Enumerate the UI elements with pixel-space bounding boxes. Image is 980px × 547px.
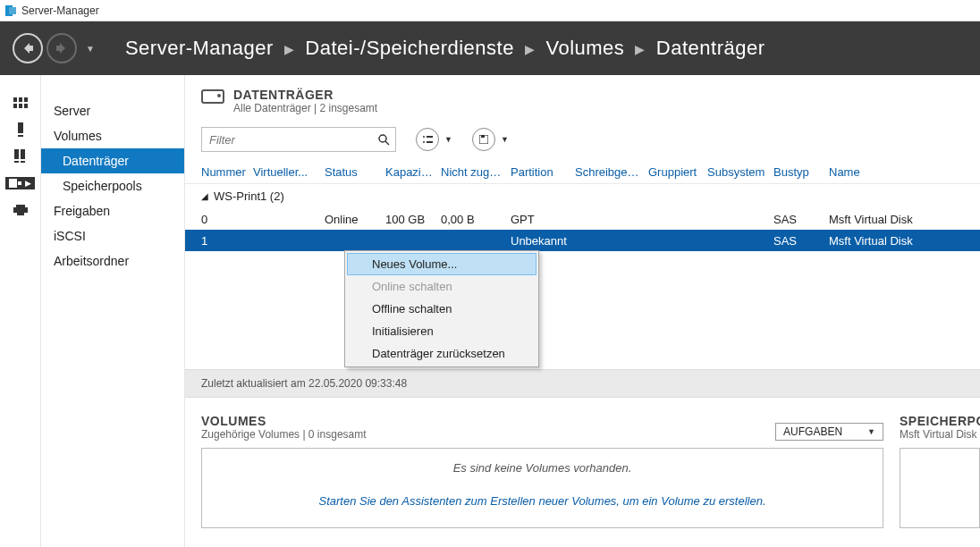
col-subsystem[interactable]: Subsystem <box>707 165 773 179</box>
sidenav-item-server[interactable]: Server <box>41 98 184 123</box>
save-icon <box>472 128 495 151</box>
menu-new-volume[interactable]: Neues Volume... <box>347 253 536 275</box>
forward-button[interactable] <box>46 33 77 63</box>
status-line: Zuletzt aktualisiert am 22.05.2020 09:33… <box>185 369 980 398</box>
chevron-down-icon: ▼ <box>444 135 452 144</box>
back-button[interactable] <box>13 33 43 63</box>
icon-rail: ▶ <box>0 75 41 547</box>
chevron-right-icon: ▶ <box>525 42 536 56</box>
svg-rect-0 <box>13 97 17 102</box>
svg-point-21 <box>423 141 425 143</box>
tasks-label: AUFGABEN <box>783 425 842 438</box>
collapse-icon: ◢ <box>201 191 208 201</box>
wizard-link[interactable]: Starten Sie den Assistenten zum Erstelle… <box>202 494 883 508</box>
svg-rect-13 <box>18 181 21 185</box>
empty-text: Es sind keine Volumes vorhanden. <box>202 461 883 475</box>
breadcrumb-item[interactable]: Datei-/Speicherdienste <box>305 37 514 60</box>
filter-bar: ▼ ▼ <box>185 123 980 161</box>
menu-initialize[interactable]: Initialisieren <box>347 320 536 342</box>
svg-rect-4 <box>19 104 22 108</box>
svg-rect-15 <box>13 207 28 213</box>
sidenav-item-disks[interactable]: Datenträger <box>41 148 184 173</box>
app-icon <box>4 4 18 18</box>
col-status[interactable]: Status <box>325 165 385 179</box>
section-subtitle: Alle Datenträger | 2 insgesamt <box>233 102 377 114</box>
svg-rect-2 <box>24 97 28 102</box>
svg-rect-5 <box>24 104 28 108</box>
navigation-bar: ▼ Server-Manager ▶ Datei-/Speicherdienst… <box>0 21 980 75</box>
col-name[interactable]: Name <box>829 165 964 179</box>
svg-rect-20 <box>427 136 433 138</box>
volumes-panel: VOLUMES Zugehörige Volumes | 0 insgesamt… <box>201 414 883 528</box>
dashboard-icon[interactable] <box>12 97 30 109</box>
pool-subtitle: Msft Virtual Disk auf <box>900 428 980 441</box>
storage-pool-panel: SPEICHERPOOL Msft Virtual Disk auf <box>900 414 980 528</box>
col-virtual[interactable]: Virtueller... <box>253 165 325 179</box>
content-area: DATENTRÄGER Alle Datenträger | 2 insgesa… <box>184 75 980 547</box>
history-dropdown-icon[interactable]: ▼ <box>86 44 95 54</box>
sidenav-item-storage-pools[interactable]: Speicherpools <box>41 173 184 198</box>
sidenav-item-volumes[interactable]: Volumes <box>41 123 184 148</box>
sidenav-item-shares[interactable]: Freigaben <box>41 198 184 223</box>
col-free[interactable]: Nicht zuge... <box>441 165 511 179</box>
file-services-icon[interactable]: ▶ <box>5 177 35 189</box>
lower-panels: VOLUMES Zugehörige Volumes | 0 insgesamt… <box>185 398 980 528</box>
table-row[interactable]: 1 Unbekannt SAS Msft Virtual Disk <box>185 230 980 251</box>
menu-online: Online schalten <box>347 275 536 298</box>
menu-offline[interactable]: Offline schalten <box>347 298 536 320</box>
sidenav-item-workfolders[interactable]: Arbeitsordner <box>41 248 184 274</box>
disk-icon <box>201 89 224 104</box>
view-options-button[interactable]: ▼ <box>416 128 452 151</box>
tasks-dropdown[interactable]: AUFGABEN ▼ <box>775 423 883 441</box>
volumes-title: VOLUMES <box>201 414 367 428</box>
svg-rect-3 <box>13 104 17 108</box>
local-server-icon[interactable] <box>12 123 30 136</box>
print-services-icon[interactable] <box>12 204 30 216</box>
svg-rect-6 <box>18 122 23 133</box>
section-header: DATENTRÄGER Alle Datenträger | 2 insgesa… <box>185 75 980 123</box>
list-icon <box>416 128 439 151</box>
svg-line-18 <box>385 141 389 145</box>
col-write[interactable]: Schreibges... <box>575 165 648 179</box>
svg-rect-16 <box>17 213 24 215</box>
sidenav-item-iscsi[interactable]: iSCSI <box>41 223 184 248</box>
pool-box <box>900 448 980 528</box>
window-title: Server-Manager <box>21 4 99 17</box>
context-menu: Neues Volume... Online schalten Offline … <box>344 250 539 367</box>
menu-reset-disk[interactable]: Datenträger zurücksetzen <box>347 342 536 365</box>
breadcrumb-item[interactable]: Datenträger <box>656 37 765 60</box>
filter-input[interactable] <box>202 133 372 147</box>
col-bustype[interactable]: Bustyp <box>773 165 829 179</box>
svg-point-17 <box>379 135 386 142</box>
table-group-header[interactable]: ◢ WS-Print1 (2) <box>185 184 980 208</box>
svg-rect-1 <box>19 97 22 102</box>
svg-rect-12 <box>9 179 17 188</box>
col-partition[interactable]: Partition <box>511 165 575 179</box>
col-grouped[interactable]: Gruppiert <box>648 165 707 179</box>
breadcrumb: Server-Manager ▶ Datei-/Speicherdienste … <box>125 37 765 60</box>
chevron-right-icon: ▶ <box>284 42 295 56</box>
search-icon[interactable] <box>372 133 395 146</box>
svg-rect-14 <box>16 205 25 207</box>
pool-title: SPEICHERPOOL <box>900 414 980 428</box>
volumes-subtitle: Zugehörige Volumes | 0 insgesamt <box>201 428 367 441</box>
svg-rect-8 <box>14 149 19 159</box>
section-title: DATENTRÄGER <box>233 88 377 102</box>
svg-rect-7 <box>18 135 23 137</box>
col-capacity[interactable]: Kapazit... <box>385 165 441 179</box>
table-header-row: Nummer Virtueller... Status Kapazit... N… <box>185 161 980 184</box>
breadcrumb-item[interactable]: Volumes <box>545 37 624 60</box>
table-row[interactable]: 0 Online 100 GB 0,00 B GPT SAS Msft Virt… <box>185 208 980 230</box>
col-number[interactable]: Nummer <box>201 165 253 179</box>
all-servers-icon[interactable] <box>12 150 30 163</box>
svg-rect-9 <box>21 149 25 159</box>
volumes-empty-box: Es sind keine Volumes vorhanden. Starten… <box>201 448 883 528</box>
chevron-down-icon: ▼ <box>867 427 875 436</box>
window-titlebar: Server-Manager <box>0 0 980 21</box>
svg-rect-22 <box>427 141 433 143</box>
svg-point-19 <box>423 136 425 138</box>
breadcrumb-item[interactable]: Server-Manager <box>125 37 274 60</box>
save-options-button[interactable]: ▼ <box>472 128 509 151</box>
chevron-down-icon: ▼ <box>501 135 509 144</box>
filter-searchbox[interactable] <box>201 127 396 152</box>
